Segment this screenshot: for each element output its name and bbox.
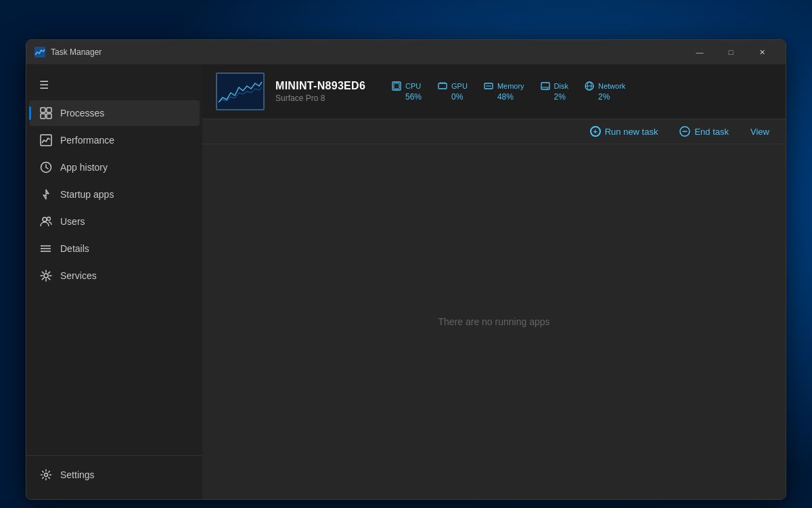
svg-rect-1 xyxy=(41,108,45,112)
details-icon xyxy=(40,242,52,255)
title-bar: Task Manager — □ ✕ xyxy=(26,40,786,64)
minimize-button[interactable]: — xyxy=(684,40,715,64)
cpu-label: CPU xyxy=(405,82,421,90)
sidebar-item-label: Startup apps xyxy=(60,189,114,200)
cpu-value: 56% xyxy=(392,92,422,102)
svg-point-7 xyxy=(43,217,47,221)
svg-point-31 xyxy=(547,88,548,89)
svg-point-12 xyxy=(41,245,42,247)
gpu-label: GPU xyxy=(451,82,468,90)
svg-point-8 xyxy=(47,217,51,221)
sidebar-item-label: Processes xyxy=(60,108,104,119)
hamburger-menu-button[interactable]: ☰ xyxy=(32,72,56,97)
window-controls: — □ ✕ xyxy=(684,40,777,64)
disk-value: 2% xyxy=(541,92,566,102)
processes-icon xyxy=(40,107,52,119)
disk-icon xyxy=(541,81,550,91)
sidebar-item-label: Performance xyxy=(60,135,114,146)
close-button[interactable]: ✕ xyxy=(746,40,777,64)
metric-gpu: GPU 0% xyxy=(438,81,468,102)
svg-point-13 xyxy=(41,248,42,249)
gpu-value: 0% xyxy=(438,92,463,102)
svg-rect-24 xyxy=(484,83,493,89)
run-new-task-icon: + xyxy=(590,126,601,137)
users-icon xyxy=(40,215,52,228)
view-button[interactable]: View xyxy=(745,124,775,140)
memory-label: Memory xyxy=(497,82,524,90)
sidebar: ☰ Processes xyxy=(26,64,202,499)
svg-point-14 xyxy=(41,251,42,252)
svg-rect-19 xyxy=(394,83,399,89)
startup-apps-icon xyxy=(40,188,52,200)
window-title: Task Manager xyxy=(51,47,102,57)
services-icon xyxy=(40,270,52,282)
network-label: Network xyxy=(598,82,625,90)
sidebar-item-app-history[interactable]: App history xyxy=(29,154,200,180)
metric-cpu: CPU 56% xyxy=(392,81,422,102)
memory-value: 48% xyxy=(484,92,514,102)
toolbar: + Run new task End task View xyxy=(202,119,786,144)
svg-rect-3 xyxy=(41,114,45,119)
empty-state: There are no running apps xyxy=(202,144,786,499)
system-model: Surface Pro 8 xyxy=(275,93,370,103)
end-task-button[interactable]: End task xyxy=(674,123,734,140)
view-label: View xyxy=(750,127,769,137)
right-panel: MININT-N893ED6 Surface Pro 8 CPU xyxy=(202,64,786,499)
metric-network: Network 2% xyxy=(585,81,625,102)
sidebar-item-label: App history xyxy=(60,162,108,173)
network-icon xyxy=(585,81,594,91)
svg-rect-2 xyxy=(47,108,51,112)
metric-memory: Memory 48% xyxy=(484,81,524,102)
maximize-button[interactable]: □ xyxy=(715,40,746,64)
sidebar-item-services[interactable]: Services xyxy=(29,263,200,289)
app-history-icon xyxy=(40,161,52,173)
end-task-icon xyxy=(679,126,690,137)
network-value: 2% xyxy=(585,92,610,102)
system-preview xyxy=(216,72,265,110)
sidebar-item-label: Details xyxy=(60,243,89,254)
svg-rect-29 xyxy=(541,83,549,89)
svg-rect-20 xyxy=(438,83,447,89)
metrics-row: CPU 56% GPU xyxy=(392,81,625,102)
run-new-task-label: Run new task xyxy=(605,127,658,137)
svg-rect-4 xyxy=(47,114,51,119)
empty-message: There are no running apps xyxy=(438,316,550,327)
svg-point-16 xyxy=(45,473,48,477)
metric-disk: Disk 2% xyxy=(541,81,568,102)
run-new-task-button[interactable]: + Run new task xyxy=(585,123,664,140)
app-icon xyxy=(35,47,45,58)
cpu-icon xyxy=(392,81,401,91)
svg-point-15 xyxy=(44,274,48,278)
sidebar-item-settings[interactable]: Settings xyxy=(29,462,200,488)
sidebar-item-details[interactable]: Details xyxy=(29,236,200,261)
sidebar-item-startup-apps[interactable]: Startup apps xyxy=(29,182,200,207)
settings-icon xyxy=(40,469,52,481)
system-name: MININT-N893ED6 xyxy=(275,80,370,92)
sidebar-item-processes[interactable]: Processes xyxy=(29,100,200,126)
sidebar-item-label: Users xyxy=(60,216,85,227)
sidebar-item-performance[interactable]: Performance xyxy=(29,127,200,153)
task-manager-window: Task Manager — □ ✕ ☰ xyxy=(26,39,786,500)
memory-icon xyxy=(484,81,493,91)
hamburger-icon: ☰ xyxy=(39,79,49,91)
gpu-icon xyxy=(438,81,447,91)
disk-label: Disk xyxy=(554,82,568,90)
end-task-label: End task xyxy=(694,127,729,137)
sidebar-item-label: Services xyxy=(60,270,97,281)
system-info: MININT-N893ED6 Surface Pro 8 xyxy=(275,80,370,103)
svg-rect-5 xyxy=(41,135,51,146)
performance-icon xyxy=(40,134,52,146)
system-header: MININT-N893ED6 Surface Pro 8 CPU xyxy=(202,64,786,119)
sidebar-item-label: Settings xyxy=(60,469,95,480)
sidebar-item-users[interactable]: Users xyxy=(29,209,200,234)
svg-rect-17 xyxy=(217,74,263,109)
